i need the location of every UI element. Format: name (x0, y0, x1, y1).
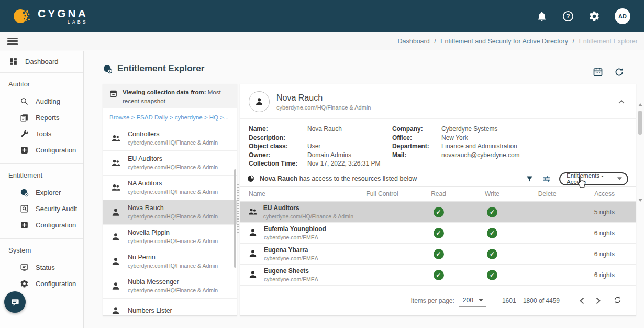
snapshot-banner: Viewing collection data from: Most recen… (103, 84, 237, 108)
breadcrumb-esad[interactable]: Entitlement and Security for Active Dire… (440, 38, 568, 45)
browse-path-links[interactable]: Browse > ESAD Daily > cyberdyne > HQ >..… (109, 114, 229, 121)
sidebar-item-status[interactable]: Status (0, 259, 83, 276)
cygna-labs-logo[interactable]: CYGNA LABS (12, 6, 88, 27)
read-granted-check-icon (434, 249, 444, 259)
sidebar-item-explorer[interactable]: Explorer (0, 184, 83, 201)
sidebar-item-auditing[interactable]: Auditing (0, 93, 83, 110)
write-granted-check-icon (487, 270, 497, 280)
scroll-up-arrow[interactable] (638, 103, 642, 106)
scroll-down-arrow[interactable] (638, 199, 642, 202)
object-name: Novella Pippin (128, 228, 218, 237)
sidebar-item-reports[interactable]: Reports (0, 110, 83, 126)
access-table-body: EU Auditorscyberdyne.com/HQ/Finance & Ad… (240, 202, 636, 286)
row-name: Eufemia Youngblood (264, 225, 326, 233)
rights-count: 6 rights (576, 250, 628, 258)
sidebar-item-label: Configuration (36, 280, 76, 288)
refresh-icon[interactable] (614, 67, 624, 77)
notifications-bell-icon[interactable] (536, 10, 548, 22)
write-granted-check-icon (487, 207, 497, 217)
person-icon (248, 248, 258, 259)
sidebar-item-label: Security Audit (36, 205, 77, 213)
gear-icon (20, 279, 29, 288)
field-label: Department: (392, 142, 441, 151)
collapse-chevron-up-icon[interactable] (616, 95, 627, 108)
object-detail-header: Nova Rauch cyberdyne.com/HQ/Finance & Ad… (240, 84, 636, 119)
row-path: cyberdyne.com/HQ/Finance & Admin (263, 213, 353, 220)
list-item[interactable]: EU Auditorscyberdyne.com/HQ/Finance & Ad… (103, 151, 237, 176)
sidebar-item-auditor-configuration[interactable]: Configuration (0, 142, 83, 158)
sidebar-item-label: Tools (36, 130, 51, 138)
settings-gear-icon[interactable] (589, 10, 600, 22)
table-row-selected[interactable]: EU Auditorscyberdyne.com/HQ/Finance & Ad… (240, 202, 636, 223)
sidebar-section-auditor: Auditor (0, 73, 83, 93)
feedback-chat-button[interactable] (4, 291, 26, 313)
field-label: Description: (249, 134, 307, 143)
list-scrollbar[interactable] (234, 169, 236, 268)
list-item[interactable]: Numbers Lister (103, 299, 237, 316)
items-per-page-select[interactable]: 200 (459, 296, 486, 307)
person-icon (110, 305, 121, 316)
filter-funnel-icon[interactable] (526, 175, 534, 183)
previous-page-button[interactable] (578, 295, 586, 307)
table-row[interactable]: Eufemia Youngbloodcyberdyne.com/EMEA 6 r… (240, 223, 636, 244)
person-icon (248, 269, 258, 280)
row-name: Eugene Sheets (264, 267, 318, 275)
object-properties: Name:Nova Rauch Description: Object clas… (240, 119, 636, 171)
filter-funnel-icon[interactable] (229, 113, 229, 121)
sidebar-item-label: Reports (36, 114, 60, 122)
table-row[interactable]: Eugene Sheetscyberdyne.com/EMEA 6 rights (240, 265, 636, 286)
sidebar-item-label: Status (36, 264, 55, 271)
sidebar-item-system-configuration[interactable]: Configuration (0, 276, 83, 292)
person-icon (110, 281, 121, 291)
page-header: Entitlement Explorer (103, 63, 204, 74)
column-settings-tune-icon[interactable] (542, 174, 551, 183)
list-item[interactable]: Nu Perrincyberdyne.com/HQ/Finance & Admi… (103, 249, 237, 274)
row-path: cyberdyne.com/EMEA (264, 234, 326, 241)
hamburger-menu-icon[interactable] (7, 38, 18, 45)
field-value: Cyberdyne Systems (441, 125, 497, 134)
sidebar-item-security-audit[interactable]: Security Audit (0, 201, 83, 217)
list-item[interactable]: Controllerscyberdyne.com/HQ/Finance & Ad… (103, 126, 237, 151)
sidebar-item-entitlement-configuration[interactable]: Configuration (0, 217, 83, 233)
pagination-range: 1601 – 1800 of 4459 (502, 297, 560, 304)
calendar-icon[interactable] (593, 67, 603, 77)
field-value: New York (441, 134, 468, 143)
object-path: cyberdyne.com/HQ/Finance & Admin (128, 287, 218, 294)
object-path: cyberdyne.com/HQ/Finance & Admin (128, 237, 218, 245)
panel-resize-handle[interactable] (237, 184, 239, 233)
field-value: Domain Admins (307, 151, 392, 160)
list-item[interactable]: Novella Pippincyberdyne.com/HQ/Finance &… (103, 225, 237, 249)
svg-text:?: ? (566, 13, 570, 20)
status-monitor-icon (20, 263, 29, 272)
pagination-bar: Items per page: 200 1601 – 1800 of 4459 (240, 286, 636, 315)
next-page-button[interactable] (594, 295, 603, 307)
sidebar-item-dashboard[interactable]: Dashboard (0, 51, 83, 72)
row-name: Eugena Ybarra (264, 246, 318, 254)
entitlement-explorer-icon (103, 64, 113, 74)
row-name: EU Auditors (263, 204, 353, 212)
reload-results-icon[interactable] (613, 296, 622, 306)
field-label: Owner: (249, 151, 307, 160)
user-avatar[interactable]: AD (615, 8, 630, 24)
table-scrollbar[interactable] (637, 103, 643, 202)
column-access: Access (576, 190, 628, 198)
object-path: cyberdyne.com/HQ/Finance & Admin (128, 139, 218, 146)
sidebar-item-label: Auditing (36, 97, 60, 105)
menu-bar: Dashboard / Entitlement and Security for… (0, 32, 644, 50)
help-icon[interactable]: ? (562, 10, 574, 22)
write-granted-check-icon (487, 228, 497, 238)
view-mode-dropdown[interactable]: Entitlements - Access (559, 172, 628, 185)
explorer-globe-icon (20, 188, 29, 197)
read-granted-check-icon (434, 228, 444, 238)
list-item[interactable]: Nubia Messengercyberdyne.com/HQ/Finance … (103, 274, 237, 299)
person-icon (110, 207, 121, 217)
list-item[interactable]: NA Auditorscyberdyne.com/HQ/Finance & Ad… (103, 176, 237, 200)
scrollbar-thumb[interactable] (638, 111, 642, 135)
breadcrumb-dashboard[interactable]: Dashboard (398, 38, 430, 45)
field-value: Nov 17, 2022, 3:26:31 PM (307, 159, 392, 168)
sidebar-item-tools[interactable]: Tools (0, 126, 83, 142)
list-item-selected[interactable]: Nova Rauchcyberdyne.com/HQ/Finance & Adm… (103, 200, 237, 225)
object-detail-path: cyberdyne.com/HQ/Finance & Admin (276, 104, 371, 111)
table-row[interactable]: Eugena Ybarracyberdyne.com/EMEA 6 rights (240, 244, 636, 265)
field-value: Finance and Administration (441, 142, 517, 151)
